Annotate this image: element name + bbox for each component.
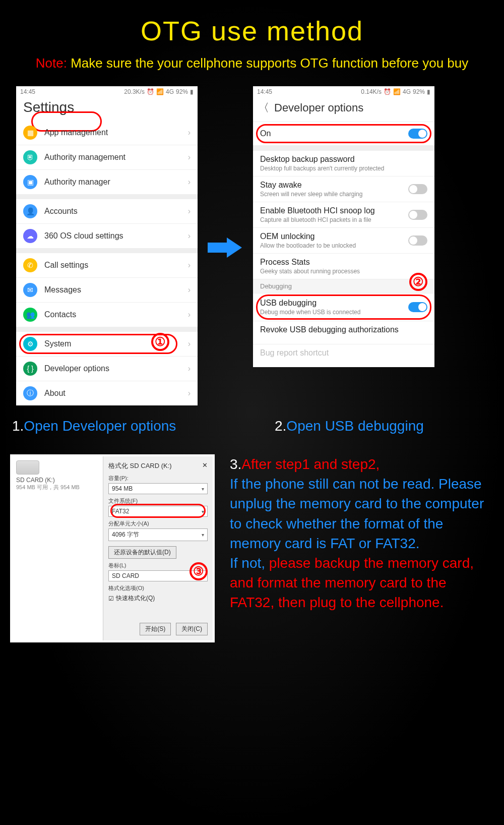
capacity-value: 954 MB (112, 485, 133, 492)
menu-icon: ⚙ (23, 337, 37, 351)
sd-card-icon[interactable] (16, 460, 39, 475)
list-item[interactable]: ⛨Authority management› (16, 145, 198, 169)
list-item[interactable]: ⚙System›① (16, 332, 198, 356)
capacity-select[interactable]: 954 MB▾ (108, 483, 208, 494)
arrow-icon (208, 238, 243, 258)
on-label: On (260, 129, 271, 138)
dev-item[interactable]: Enable Bluetooth HCI snoop logCapture al… (253, 202, 434, 227)
dev-item[interactable]: OEM unlockingAllow the bootloader to be … (253, 227, 434, 253)
options-label: 格式化选项(O) (108, 584, 208, 592)
quick-format-label: 快速格式化(Q) (116, 594, 155, 603)
dev-item[interactable]: Stay awakeScreen will never sleep while … (253, 176, 434, 202)
chevron-down-icon: ▾ (202, 486, 204, 492)
dialog-title-bar: 格式化 SD CARD (K:) ✕ (108, 461, 208, 470)
usb-debugging-item[interactable]: USB debugging Debug mode when USB is con… (253, 293, 434, 321)
item-label: 360 OS cloud settings (44, 231, 123, 241)
dev-sub: Geeky stats about running processes (260, 268, 427, 275)
unit-select[interactable]: 4096 字节▾ (108, 528, 208, 541)
chevron-right-icon: › (188, 285, 191, 294)
menu-icon: ⛨ (23, 150, 37, 164)
cap1-txt: Open Developer options (24, 418, 176, 434)
section-gap (253, 145, 434, 150)
close-button[interactable]: 关闭(C) (176, 623, 208, 635)
dev-sub: Screen will never sleep while charging (260, 191, 427, 198)
menu-icon: ✉ (23, 283, 37, 297)
revoke-title: Revoke USB debugging authorizations (260, 325, 427, 334)
list-item[interactable]: ▣Authority manager› (16, 169, 198, 194)
badge-2: ② (409, 273, 427, 291)
list-item[interactable]: { }Developer options› (16, 356, 198, 381)
close-icon[interactable]: ✕ (202, 461, 208, 470)
signal-icon: 📶 (156, 88, 164, 95)
fs-label: 文件系统(F) (108, 497, 208, 505)
status-battery: 92% (413, 88, 425, 95)
status-4g: 4G (166, 88, 174, 95)
status-bar: 14:45 0.14K/s ⏰ 📶 4G 92% ▮ (253, 86, 434, 96)
menu-icon: ▦ (23, 126, 37, 140)
dev-item[interactable]: Desktop backup passwordDesktop full back… (253, 150, 434, 176)
bug-report-item[interactable]: Bug report shortcut (253, 344, 434, 367)
chevron-right-icon: › (188, 339, 191, 348)
phones-row: 14:45 20.3K/s ⏰ 📶 4G 92% ▮ Settings ▦App… (0, 86, 504, 409)
revoke-item[interactable]: Revoke USB debugging authorizations (253, 321, 434, 344)
menu-icon: 👤 (23, 204, 37, 218)
toggle-icon[interactable] (408, 184, 427, 194)
item-label: Contacts (44, 310, 76, 319)
filesystem-select[interactable]: FAT32▾ (108, 506, 208, 517)
item-label: Accounts (44, 207, 78, 216)
restore-defaults-button[interactable]: 还原设备的默认值(D) (108, 546, 176, 559)
note-text: Make sure the your cellphone supports OT… (67, 55, 468, 71)
explorer-panel: SD CARD (K:) 954 MB 可用，共 954 MB (12, 456, 103, 640)
dev-item[interactable]: Process StatsGeeky stats about running p… (253, 253, 434, 279)
step3-line3a: If not, (230, 555, 269, 571)
item-label: Call settings (44, 261, 88, 270)
bottom-row: FAT or FAT32 ➜ SD CARD (K:) 954 MB 可用，共 … (0, 454, 504, 642)
list-item[interactable]: ✉Messages› (16, 277, 198, 302)
toggle-on-icon[interactable] (408, 129, 427, 139)
step3-line2: If the phone still can not be read. Plea… (230, 476, 484, 551)
list-item[interactable]: 👥Contacts› (16, 302, 198, 327)
list-item[interactable]: 👤Accounts› (16, 199, 198, 223)
fs-value: FAT32 (112, 508, 129, 515)
volume-value: SD CARD (112, 572, 139, 579)
menu-icon: ✆ (23, 258, 37, 272)
status-time: 14:45 (257, 88, 272, 95)
status-4g: 4G (403, 88, 411, 95)
list-item[interactable]: ✆Call settings› (16, 253, 198, 277)
alarm-icon: ⏰ (147, 88, 154, 95)
capacity-label: 容量(P): (108, 475, 208, 482)
battery-icon: ▮ (427, 88, 430, 95)
item-label: Authority management (44, 153, 125, 162)
cap2-num: 2. (275, 418, 286, 434)
dev-header-text: Developer options (274, 101, 363, 114)
chevron-right-icon: › (188, 261, 191, 270)
section-gap (16, 248, 198, 253)
dev-sub: Allow the bootloader to be unlocked (260, 242, 427, 249)
unit-value: 4096 字节 (112, 531, 139, 539)
toggle-on-icon[interactable] (408, 302, 427, 312)
dev-title: Desktop backup password (260, 155, 427, 164)
status-right: 20.3K/s ⏰ 📶 4G 92% ▮ (124, 88, 194, 95)
cap2-txt: Open USB debugging (286, 418, 423, 434)
status-battery: 92% (176, 88, 188, 95)
list-item[interactable]: ⓘAbout› (16, 381, 198, 405)
start-button[interactable]: 开始(S) (140, 623, 171, 635)
chevron-right-icon: › (188, 128, 191, 137)
back-icon[interactable]: 〈 (258, 100, 269, 115)
on-highlight (256, 124, 431, 143)
menu-icon: ⓘ (23, 386, 37, 400)
chevron-right-icon: › (188, 389, 191, 398)
checkbox-icon[interactable]: ☑ (108, 595, 114, 602)
dev-main-toggle[interactable]: On (253, 122, 434, 145)
list-item[interactable]: ▦App management› (16, 121, 198, 145)
menu-icon: { } (23, 362, 37, 376)
toggle-icon[interactable] (408, 235, 427, 246)
dev-title: Stay awake (260, 181, 427, 190)
step3-num: 3. (230, 456, 241, 472)
quick-format-row[interactable]: ☑ 快速格式化(Q) (108, 594, 208, 603)
format-dialog: 格式化 SD CARD (K:) ✕ 容量(P): 954 MB▾ 文件系统(F… (103, 456, 213, 640)
toggle-icon[interactable] (408, 210, 427, 220)
item-label: About (44, 389, 66, 398)
list-item[interactable]: ☁360 OS cloud settings› (16, 223, 198, 248)
settings-header: Settings (16, 96, 198, 121)
